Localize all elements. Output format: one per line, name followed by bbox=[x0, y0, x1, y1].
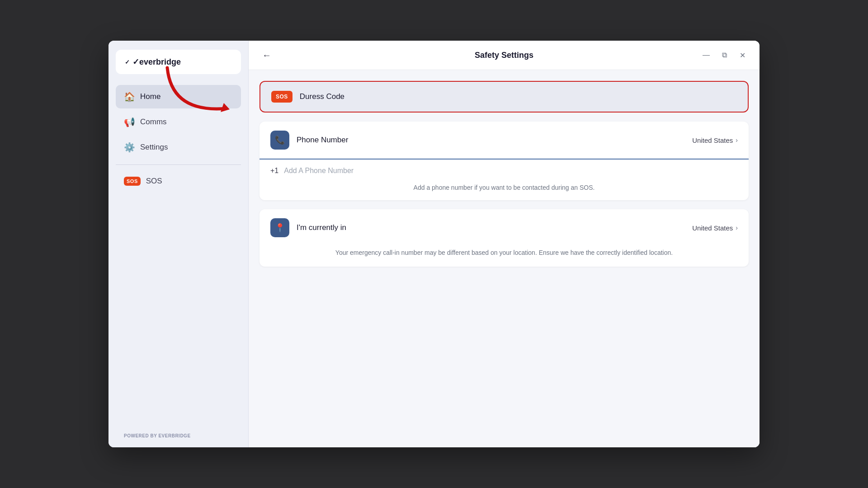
duress-code-section: SOS Duress Code bbox=[259, 81, 749, 113]
sidebar-item-comms-label: Comms bbox=[140, 117, 167, 127]
phone-hint: Add a phone number if you want to be con… bbox=[259, 178, 749, 200]
nav-divider bbox=[116, 164, 241, 165]
window-controls: — ⧉ ✕ bbox=[700, 49, 749, 61]
phone-input-placeholder[interactable]: Add A Phone Number bbox=[284, 167, 354, 175]
sidebar-item-sos-label: SOS bbox=[146, 177, 162, 186]
sidebar-item-comms[interactable]: 📢 Comms bbox=[116, 110, 241, 134]
location-icon: 📍 bbox=[270, 218, 289, 237]
sidebar-item-settings[interactable]: ⚙️ Settings bbox=[116, 136, 241, 159]
phone-country-selector[interactable]: United States › bbox=[692, 136, 738, 144]
phone-input-row: +1 Add A Phone Number bbox=[259, 160, 749, 178]
location-country-label: United States bbox=[692, 224, 733, 232]
main-content: ← Safety Settings — ⧉ ✕ SOS Duress Code bbox=[249, 41, 760, 447]
location-chevron-right-icon: › bbox=[736, 224, 738, 231]
sidebar-item-settings-label: Settings bbox=[140, 143, 168, 152]
location-header-left: 📍 I'm currently in bbox=[270, 218, 346, 237]
settings-icon: ⚙️ bbox=[124, 142, 135, 153]
logo-container: ✓ ✓everbridge bbox=[116, 50, 241, 74]
chevron-right-icon: › bbox=[736, 136, 738, 144]
duress-code-item[interactable]: SOS Duress Code bbox=[260, 82, 748, 112]
title-bar: ← Safety Settings — ⧉ ✕ bbox=[249, 41, 760, 70]
location-title: I'm currently in bbox=[297, 223, 346, 232]
duress-code-label: Duress Code bbox=[300, 92, 344, 101]
content-area: SOS Duress Code 📞 Phone Number United St… bbox=[249, 70, 760, 447]
location-header: 📍 I'm currently in United States › bbox=[259, 209, 749, 246]
location-country-selector[interactable]: United States › bbox=[692, 224, 738, 232]
minimize-button[interactable]: — bbox=[700, 49, 712, 61]
phone-number-title: Phone Number bbox=[297, 136, 348, 145]
logo-text: ✓everbridge bbox=[132, 57, 181, 67]
location-hint: Your emergency call-in number may be dif… bbox=[259, 246, 749, 267]
maximize-button[interactable]: ⧉ bbox=[718, 49, 731, 61]
sidebar-item-home-label: Home bbox=[140, 92, 160, 101]
comms-icon: 📢 bbox=[124, 117, 135, 127]
phone-prefix: +1 bbox=[270, 167, 278, 175]
duress-sos-badge: SOS bbox=[271, 91, 292, 103]
sidebar-item-sos[interactable]: SOS SOS bbox=[116, 170, 241, 192]
logo: ✓ ✓everbridge bbox=[125, 57, 181, 67]
phone-number-header: 📞 Phone Number United States › bbox=[259, 122, 749, 160]
home-icon: 🏠 bbox=[124, 91, 135, 102]
powered-by: POWERED BY EVERBRIDGE bbox=[116, 433, 241, 438]
close-button[interactable]: ✕ bbox=[736, 49, 749, 61]
location-section: 📍 I'm currently in United States › Your … bbox=[259, 209, 749, 267]
nav-items: 🏠 Home 📢 Comms ⚙️ Settings bbox=[116, 85, 241, 159]
phone-number-header-left: 📞 Phone Number bbox=[270, 131, 348, 150]
phone-country-label: United States bbox=[692, 136, 733, 144]
phone-number-section: 📞 Phone Number United States › +1 Add A … bbox=[259, 122, 749, 200]
page-title: Safety Settings bbox=[475, 51, 533, 60]
sos-icon-badge: SOS bbox=[124, 177, 141, 186]
back-button[interactable]: ← bbox=[259, 48, 274, 62]
phone-icon: 📞 bbox=[270, 131, 289, 150]
sidebar-item-home[interactable]: 🏠 Home bbox=[116, 85, 241, 108]
sidebar: ✓ ✓everbridge 🏠 Home 📢 Comms ⚙️ Settings… bbox=[108, 41, 249, 447]
